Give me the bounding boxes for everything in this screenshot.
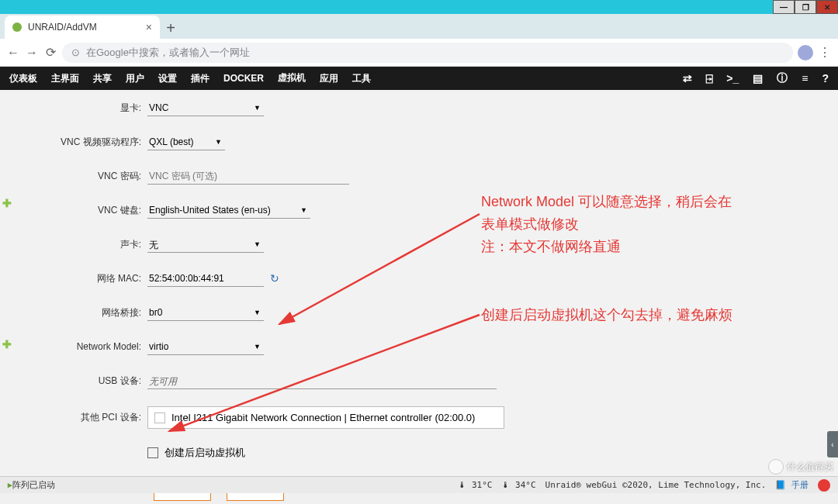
- autostart-checkbox[interactable]: [147, 447, 158, 458]
- vnc-driver-label: VNC 视频驱动程序:: [0, 136, 147, 149]
- nav-item[interactable]: 共享: [93, 67, 112, 91]
- nav-item[interactable]: 设置: [158, 67, 177, 91]
- side-handle[interactable]: ‹: [827, 431, 838, 457]
- watermark: 什么值得买: [768, 459, 833, 475]
- nav-item[interactable]: 主界面: [51, 67, 79, 91]
- window-maximize-button[interactable]: ❐: [795, 0, 816, 14]
- gpu-select[interactable]: VNC: [147, 99, 264, 116]
- copyright: Unraid® webGui ©2020, Lime Technology, I…: [545, 480, 767, 490]
- back-button[interactable]: ←: [6, 46, 20, 60]
- nav-terminal-icon[interactable]: >_: [726, 72, 739, 85]
- vnc-driver-select[interactable]: QXL (best): [147, 133, 225, 150]
- nav-item[interactable]: 插件: [191, 67, 210, 91]
- pci-label: 其他 PCI 设备:: [0, 411, 147, 424]
- network-model-select[interactable]: virtio: [147, 338, 264, 355]
- annotation-autostart: 创建后启动虚拟机这个勾去掉，避免麻烦: [481, 304, 732, 326]
- nav-feedback-icon[interactable]: ▤: [753, 72, 763, 85]
- window-titlebar: — ❐ ✕: [0, 0, 838, 14]
- mac-label: 网络 MAC:: [0, 272, 147, 285]
- manual-link[interactable]: 📘 手册: [775, 479, 809, 491]
- browser-tabstrip: UNRAID/AddVM × +: [0, 14, 838, 39]
- status-bar: ▸ 阵列已启动 🌡 31°C 🌡 34°C Unraid® webGui ©20…: [0, 476, 838, 493]
- add-row-icon[interactable]: ✚: [2, 338, 12, 350]
- vnc-keyboard-label: VNC 键盘:: [0, 204, 147, 217]
- nav-item[interactable]: 用户: [126, 67, 144, 91]
- reload-button[interactable]: ⟳: [43, 45, 57, 60]
- sound-label: 声卡:: [0, 238, 147, 251]
- nav-help-icon[interactable]: ?: [822, 72, 829, 85]
- nav-info-icon[interactable]: ⓘ: [777, 71, 788, 85]
- sound-select[interactable]: 无: [147, 236, 264, 253]
- browser-menu-button[interactable]: ⋮: [818, 45, 832, 60]
- refresh-mac-icon[interactable]: ↻: [270, 272, 279, 285]
- favicon-icon: [12, 22, 22, 32]
- nav-item[interactable]: 虚拟机: [278, 66, 306, 91]
- window-close-button[interactable]: ✕: [816, 0, 838, 14]
- pci-checkbox[interactable]: [154, 413, 165, 423]
- window-minimize-button[interactable]: —: [773, 0, 795, 14]
- usb-value: 无可用: [147, 372, 497, 389]
- pci-device-row[interactable]: Intel I211 Gigabit Network Connection | …: [147, 406, 504, 429]
- autostart-label: 创建后启动虚拟机: [164, 446, 245, 460]
- nav-log-icon[interactable]: ≡: [802, 72, 808, 85]
- bridge-label: 网络桥接:: [0, 306, 147, 319]
- vnc-password-input[interactable]: [147, 167, 349, 185]
- nav-item[interactable]: 仪表板: [9, 67, 37, 91]
- network-model-label: Network Model:: [0, 341, 147, 352]
- array-status-text: 阵列已启动: [12, 479, 55, 491]
- nav-routes-icon[interactable]: ⇄: [683, 72, 692, 85]
- nav-item[interactable]: 工具: [352, 67, 371, 91]
- gpu-label: 显卡:: [0, 102, 147, 115]
- vm-form-page: ✚ ✚ 显卡: VNC ▼ VNC 视频驱动程序: QXL (best) ▼ V…: [0, 90, 838, 493]
- browser-toolbar: ← → ⟳ ⊙ 在Google中搜索，或者输入一个网址 ⋮: [0, 39, 838, 67]
- temp2: 🌡 34°C: [501, 480, 535, 490]
- tab-close-icon[interactable]: ×: [146, 21, 152, 33]
- bridge-select[interactable]: br0: [147, 304, 264, 321]
- app-navbar: 仪表板主界面共享用户设置插件DOCKER虚拟机应用工具 ⇄ ⍈ >_ ▤ ⓘ ≡…: [0, 67, 838, 90]
- new-tab-button[interactable]: +: [160, 17, 182, 39]
- address-bar[interactable]: ⊙ 在Google中搜索，或者输入一个网址: [62, 43, 793, 63]
- mac-input[interactable]: [147, 270, 264, 287]
- search-icon: ⊙: [71, 47, 80, 58]
- annotation-network-model: Network Model 可以随意选择，稍后会在 表单模式做修改 注：本文不做…: [481, 191, 732, 257]
- usb-label: USB 设备:: [0, 375, 147, 388]
- profile-avatar[interactable]: [798, 45, 813, 60]
- tab-title: UNRAID/AddVM: [28, 22, 97, 33]
- nav-item[interactable]: 应用: [320, 67, 338, 91]
- omnibox-placeholder: 在Google中搜索，或者输入一个网址: [86, 46, 250, 60]
- unraid-logo-icon: [818, 479, 830, 492]
- vnc-password-label: VNC 密码:: [0, 170, 147, 183]
- nav-logout-icon[interactable]: ⍈: [706, 72, 712, 85]
- vnc-keyboard-select[interactable]: English-United States (en-us): [147, 202, 310, 219]
- browser-tab[interactable]: UNRAID/AddVM ×: [5, 16, 160, 39]
- nav-item[interactable]: DOCKER: [223, 67, 264, 89]
- pci-device-text: Intel I211 Gigabit Network Connection | …: [171, 412, 475, 423]
- add-row-icon[interactable]: ✚: [2, 197, 12, 209]
- forward-button[interactable]: →: [25, 46, 39, 60]
- temp1: 🌡 31°C: [458, 480, 492, 490]
